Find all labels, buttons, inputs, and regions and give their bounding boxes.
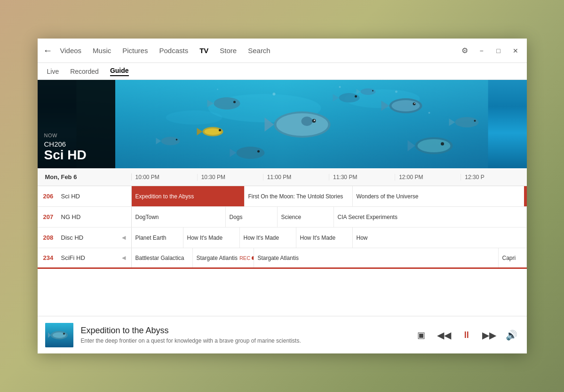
- volume-button[interactable]: 🔊: [504, 328, 519, 343]
- guide-programs-207: DogTown Dogs Science CIA Secret Experime…: [132, 207, 527, 227]
- svg-point-14: [414, 103, 415, 104]
- nav-store[interactable]: Store: [220, 45, 237, 56]
- prog-first-moon[interactable]: First On the Moon: The Untold Stories: [245, 186, 353, 206]
- prog-cia[interactable]: CIA Secret Experiments: [334, 207, 527, 227]
- svg-point-32: [360, 88, 375, 95]
- svg-point-29: [236, 147, 264, 159]
- program-thumbnail: [45, 323, 73, 347]
- channel-col-207[interactable]: 207 NG HD: [38, 207, 132, 227]
- channel-col-208[interactable]: 208 Disc HD ◀: [38, 227, 132, 248]
- svg-point-35: [161, 137, 180, 145]
- maximize-button[interactable]: □: [493, 45, 504, 56]
- program-title: Expedition to the Abyss: [81, 326, 406, 336]
- sub-nav: Live Recorded Guide: [38, 63, 527, 80]
- time-slot-0: 10:00 PM: [132, 174, 198, 180]
- prog-battlestar[interactable]: Battlestar Galactica: [132, 248, 193, 267]
- ch-name-208: Disc HD: [61, 234, 84, 241]
- prog-stargate-1[interactable]: Stargate Atlantis REC: [193, 248, 254, 267]
- prog-planet-earth[interactable]: Planet Earth: [132, 227, 183, 248]
- svg-point-41: [428, 112, 430, 114]
- monitor-button[interactable]: ▣: [414, 328, 429, 343]
- channel-col-234[interactable]: 234 SciFi HD ◀: [38, 248, 132, 267]
- svg-point-7: [301, 117, 312, 126]
- ch-name-206: Sci HD: [61, 193, 80, 200]
- guide-rows: 206 Sci HD Expedition to the Abyss First…: [38, 186, 527, 316]
- guide-row-207: 207 NG HD DogTown Dogs Science CIA Secre…: [38, 207, 527, 227]
- svg-point-33: [372, 90, 373, 92]
- minimize-button[interactable]: −: [476, 45, 487, 56]
- prog-dogs[interactable]: Dogs: [226, 207, 278, 227]
- time-slot-3: 11:30 PM: [329, 174, 395, 180]
- app-window: ← Videos Music Pictures Podcasts TV Stor…: [38, 39, 527, 353]
- svg-point-27: [474, 120, 476, 122]
- guide-date: Mon, Feb 6: [38, 173, 132, 180]
- pause-button[interactable]: ⏸: [459, 328, 474, 343]
- forward-button[interactable]: ▶▶: [482, 328, 497, 343]
- time-slot-5: 12:30 P: [461, 174, 526, 180]
- nav-podcasts[interactable]: Podcasts: [159, 45, 188, 56]
- rec-indicator: REC: [239, 255, 254, 261]
- rewind-button[interactable]: ◀◀: [437, 328, 452, 343]
- guide-programs-234: Battlestar Galactica Stargate Atlantis R…: [132, 248, 527, 267]
- svg-point-42: [217, 89, 218, 90]
- nav-pictures[interactable]: Pictures: [122, 45, 148, 56]
- ch-num-206: 206: [43, 193, 58, 200]
- bottom-bar: Expedition to the Abyss Enter the deep f…: [38, 316, 527, 353]
- svg-point-40: [395, 91, 397, 93]
- window-controls: ⚙ − □ ✕: [459, 45, 521, 56]
- close-button[interactable]: ✕: [510, 45, 521, 56]
- guide-grid: Mon, Feb 6 10:00 PM 10:30 PM 11:00 PM 11…: [38, 168, 527, 316]
- nav-videos[interactable]: Videos: [60, 45, 82, 56]
- subnav-recorded[interactable]: Recorded: [70, 68, 99, 75]
- svg-point-44: [204, 128, 221, 135]
- ch-arrow-208: ◀: [122, 235, 126, 241]
- svg-point-16: [339, 93, 359, 102]
- prog-dogtown[interactable]: DogTown: [132, 207, 226, 227]
- ch-name-234: SciFi HD: [61, 254, 85, 261]
- prog-stargate-2[interactable]: Stargate Atlantis: [254, 248, 499, 267]
- svg-point-26: [455, 117, 478, 127]
- svg-point-23: [417, 139, 450, 152]
- prog-wonders[interactable]: Wonders of the Universe: [353, 186, 527, 206]
- svg-point-39: [339, 86, 341, 88]
- guide-programs-208: Planet Earth How It's Made How It's Made…: [132, 227, 527, 248]
- prog-hitm-1[interactable]: How It's Made: [183, 227, 240, 248]
- prog-capri[interactable]: Capri: [499, 248, 527, 267]
- svg-point-4: [166, 110, 222, 125]
- channel-name: Sci HD: [44, 148, 109, 163]
- svg-point-12: [391, 100, 420, 111]
- channel-col-206[interactable]: 206 Sci HD: [38, 186, 132, 206]
- channel-now-label: NOW: [44, 133, 109, 138]
- guide-row-234: 234 SciFi HD ◀ Battlestar Galactica Star…: [38, 248, 527, 269]
- svg-point-45: [219, 129, 221, 132]
- header: ← Videos Music Pictures Podcasts TV Stor…: [38, 39, 527, 63]
- time-slot-4: 12:00 PM: [395, 174, 461, 180]
- svg-point-24: [441, 142, 444, 146]
- settings-icon[interactable]: ⚙: [459, 45, 470, 56]
- nav-music[interactable]: Music: [93, 45, 111, 56]
- nav-tv[interactable]: TV: [199, 45, 208, 56]
- ch-num-234: 234: [43, 254, 58, 261]
- guide-row-208: 208 Disc HD ◀ Planet Earth How It's Made…: [38, 227, 527, 248]
- prog-hitm-2[interactable]: How It's Made: [240, 227, 296, 248]
- prog-expedition[interactable]: Expedition to the Abyss: [132, 186, 245, 206]
- scroll-indicator[interactable]: [524, 186, 527, 206]
- prog-hitm-3[interactable]: How It's Made: [296, 227, 353, 248]
- hero-banner: NOW CH206 Sci HD: [38, 80, 527, 168]
- prog-science[interactable]: Science: [278, 207, 334, 227]
- svg-point-36: [175, 139, 177, 141]
- time-slot-1: 10:30 PM: [198, 174, 263, 180]
- guide-time-slots: 10:00 PM 10:30 PM 11:00 PM 11:30 PM 12:0…: [132, 174, 527, 180]
- back-button[interactable]: ←: [43, 45, 53, 56]
- prog-how[interactable]: How: [353, 227, 527, 248]
- playback-controls: ▣ ◀◀ ⏸ ▶▶ 🔊: [414, 328, 519, 343]
- nav-search[interactable]: Search: [248, 45, 270, 56]
- time-slot-2: 11:00 PM: [263, 174, 329, 180]
- progress-underline: [132, 205, 183, 206]
- program-description: Enter the deep frontier on a quest for k…: [81, 337, 406, 344]
- channel-number: CH206: [44, 140, 109, 148]
- svg-point-30: [257, 150, 260, 153]
- subnav-live[interactable]: Live: [47, 68, 59, 75]
- svg-point-19: [214, 97, 240, 110]
- subnav-guide[interactable]: Guide: [110, 67, 129, 76]
